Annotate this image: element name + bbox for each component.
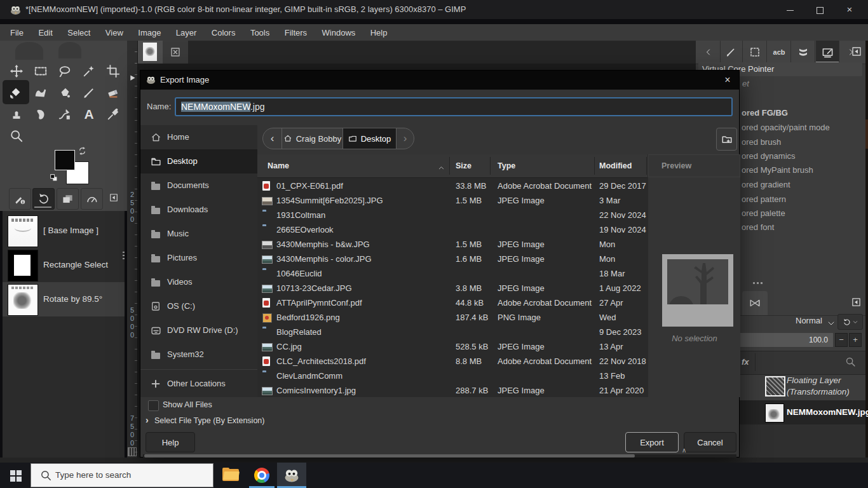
place-home[interactable]: Home <box>140 125 257 149</box>
place-videos[interactable]: Videos <box>140 270 257 294</box>
panel-menu-icon[interactable] <box>851 46 862 59</box>
gimp-taskbar-button[interactable] <box>277 463 306 488</box>
file-row[interactable]: 01_CPX-E061.pdf33.8 MBAdobe Acrobat Docu… <box>257 179 648 193</box>
menu-colors[interactable]: Colors <box>212 25 236 41</box>
patterns-tab[interactable] <box>743 41 767 64</box>
paintbrush-tool[interactable] <box>78 83 100 103</box>
column-header-modified[interactable]: Modified <box>599 154 632 177</box>
chrome-icon[interactable] <box>254 468 269 483</box>
document-history-tab[interactable] <box>792 41 815 64</box>
image-tab[interactable] <box>137 41 163 64</box>
breadcrumb-forward-button[interactable]: › <box>396 128 414 149</box>
menu-edit[interactable]: Edit <box>38 25 52 41</box>
show-all-files-label[interactable]: Show All Files <box>163 396 212 413</box>
scroll-up-icon[interactable]: ∧ <box>682 447 686 454</box>
cancel-button[interactable]: Cancel <box>684 432 736 452</box>
paths-tool[interactable] <box>53 104 76 125</box>
warp-transform-tool[interactable] <box>29 83 52 103</box>
smudge-tool[interactable] <box>29 104 52 125</box>
collapse-dock-icon[interactable] <box>109 193 118 205</box>
menu-select[interactable]: Select <box>67 25 90 41</box>
free-select-tool[interactable] <box>53 61 76 81</box>
undo-item-rotate[interactable]: Rotate by 89.5° <box>3 282 125 316</box>
fuzzy-select-tool[interactable] <box>78 61 100 81</box>
column-header-size[interactable]: Size <box>456 154 471 177</box>
ruler-play-icon[interactable] <box>129 72 136 84</box>
layer-mode-value[interactable]: Normal <box>796 316 822 325</box>
file-explorer-icon[interactable] <box>222 468 240 483</box>
place-system32[interactable]: System32 <box>140 342 257 367</box>
start-button[interactable] <box>10 470 22 482</box>
eraser-tool[interactable] <box>102 83 125 103</box>
minimize-button[interactable] <box>775 0 804 19</box>
place-other-locations[interactable]: Other Locations <box>140 372 257 396</box>
file-row[interactable]: 2665EOverlook19 Nov 2024 <box>257 222 648 237</box>
file-row[interactable]: ComicsInventory1.jpg288.7 kBJPEG Image21… <box>257 383 648 397</box>
close-button[interactable]: × <box>835 0 864 19</box>
tool-options-tab-button[interactable] <box>9 188 31 210</box>
place-dvd-drive[interactable]: DVD RW Drive (D:) <box>140 318 257 342</box>
place-music[interactable]: Music <box>140 222 257 246</box>
stored-option-item[interactable]: ored FG/BG <box>742 108 788 118</box>
file-row[interactable]: CC.jpg528.5 kBJPEG Image13 Apr <box>257 339 648 354</box>
stored-option-item[interactable]: ored palette <box>742 208 785 218</box>
dashboard-tab-button[interactable] <box>81 188 103 210</box>
filename-input[interactable]: NEMMoxomNEW.jpg <box>175 97 733 116</box>
stored-option-item[interactable]: ored brush <box>742 137 781 147</box>
panel-menu-icon[interactable] <box>851 297 861 309</box>
color-picker-tool[interactable] <box>102 104 125 125</box>
prev-tabs-icon[interactable] <box>697 41 721 64</box>
mode-switch-button[interactable] <box>837 314 863 330</box>
layer-search-icon[interactable] <box>845 356 856 370</box>
export-button[interactable]: Export <box>625 432 679 452</box>
place-os-c[interactable]: OS (C:) <box>140 294 257 318</box>
menu-windows[interactable]: Windows <box>322 25 356 41</box>
move-tool[interactable] <box>5 61 28 81</box>
file-row[interactable]: 1354Summit[6Feb2025].JPG1.5 MBJPEG Image… <box>257 193 648 208</box>
bucket-fill-tool[interactable] <box>53 83 76 103</box>
place-desktop[interactable]: Desktop <box>140 149 257 173</box>
column-header-type[interactable]: Type <box>498 154 515 177</box>
file-row[interactable]: 10713-23Cedar.JPG3.8 MBJPEG Image1 Aug 2… <box>257 281 648 295</box>
file-row[interactable]: 1931Coltman22 Nov 2024 <box>257 208 648 222</box>
menu-image[interactable]: Image <box>138 25 161 41</box>
foreground-color-swatch[interactable] <box>55 150 75 170</box>
rectangle-select-tool[interactable] <box>29 61 52 81</box>
file-row[interactable]: ATTAprilPymntConf.pdf44.8 kBAdobe Acroba… <box>257 295 648 310</box>
taskbar-search-box[interactable]: Type here to search <box>31 463 214 487</box>
swap-colors-icon[interactable] <box>78 146 87 158</box>
crop-tool[interactable] <box>102 61 125 81</box>
fonts-tab[interactable]: acb <box>768 41 791 64</box>
images-tab-button[interactable] <box>57 188 79 210</box>
stored-option-item[interactable]: ored dynamics <box>742 151 796 161</box>
fx-label[interactable]: fx <box>742 351 749 374</box>
opacity-decrease-button[interactable]: − <box>835 333 848 347</box>
zoom-tool[interactable] <box>5 126 28 146</box>
default-colors-icon[interactable] <box>50 173 58 184</box>
stored-option-item[interactable]: ored gradient <box>742 180 790 189</box>
file-row[interactable]: ClevLandmComm13 Feb <box>257 369 648 383</box>
dialog-close-icon[interactable]: × <box>720 71 735 90</box>
place-documents[interactable]: Documents <box>140 173 257 198</box>
navigation-grid-icon[interactable] <box>128 447 137 456</box>
place-pictures[interactable]: Pictures <box>140 246 257 270</box>
maximize-button[interactable] <box>805 0 834 19</box>
file-row[interactable]: CLC_Architects2018.pdf8.8 MBAdobe Acroba… <box>257 354 648 369</box>
stored-option-item[interactable]: ored font <box>742 222 774 232</box>
scrollbar-thumb[interactable] <box>144 454 635 458</box>
menu-view[interactable]: View <box>105 25 123 41</box>
panel-drag-handle[interactable] <box>753 282 763 284</box>
clone-tool[interactable] <box>5 104 28 125</box>
file-row[interactable]: 10646Euclid18 Mar <box>257 266 648 281</box>
create-folder-button[interactable] <box>716 128 737 151</box>
file-row[interactable]: Bedford1926.png187.4 kBPNG ImageWed <box>257 310 648 325</box>
menu-filters[interactable]: Filters <box>285 25 307 41</box>
undo-history-tab-button[interactable] <box>32 188 55 210</box>
breadcrumb-craig-bobby[interactable]: Craig Bobby <box>281 128 343 149</box>
brushes-tab[interactable] <box>719 41 743 64</box>
show-all-files-checkbox[interactable] <box>148 400 159 411</box>
horizontal-scrollbar[interactable] <box>143 454 736 458</box>
close-view-tab[interactable] <box>163 41 188 64</box>
mode-dropdown-chevron-icon[interactable] <box>827 318 835 330</box>
file-type-expander-label[interactable]: Select File Type (By Extension) <box>154 413 264 428</box>
